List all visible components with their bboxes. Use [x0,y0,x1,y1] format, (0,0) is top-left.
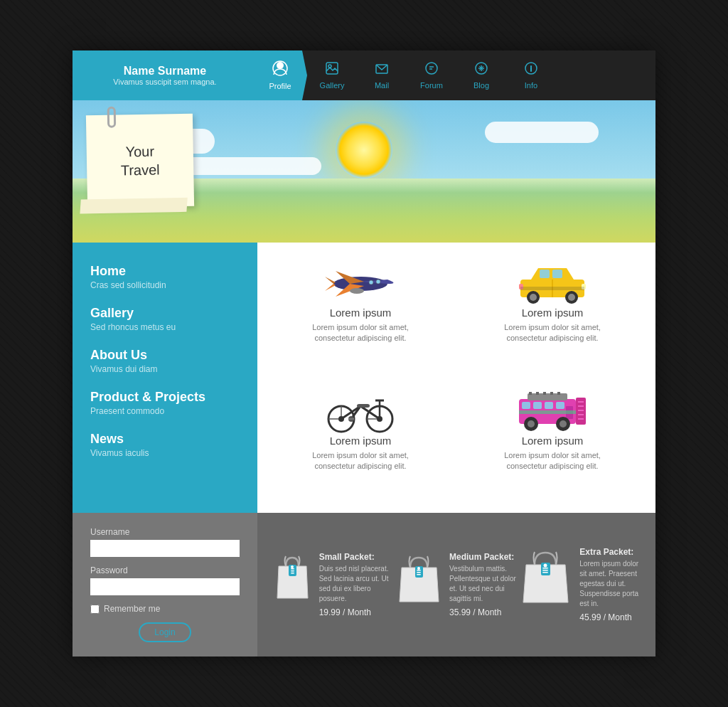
svg-point-60 [560,420,567,427]
info-icon [524,61,538,79]
svg-point-0 [277,62,284,69]
svg-rect-64 [291,568,294,570]
sidebar-item-about[interactable]: About Us Vivamus dui diam [90,348,240,374]
extra-pkg-desc: Lorem ipsum dolor sit amet. Praesent ege… [579,559,640,609]
brand-section: Name Surname Vivamus suscipit sem magna. [73,51,257,100]
bus-item-title: Lorem ipsum [522,435,584,447]
svg-rect-43 [543,392,546,395]
svg-rect-14 [552,270,562,278]
bus-icon [513,385,592,435]
username-input[interactable] [90,540,240,557]
mail-icon [375,61,389,79]
nav-item-profile[interactable]: Profile [257,51,307,100]
password-label: Password [90,565,240,575]
profile-icon [272,60,288,80]
plane-icon [321,257,400,307]
svg-rect-53 [533,402,542,409]
sidebar-item-home[interactable]: Home Cras sed sollicitudin [90,264,240,290]
svg-rect-54 [545,402,553,409]
svg-point-16 [530,294,537,301]
medium-pkg-desc: Vestibulum mattis. Pellentesque ut dolor… [449,564,517,604]
extra-pkg-price: 45.99 / Month [579,612,640,622]
hero-cloud-3 [179,157,321,175]
svg-rect-66 [291,573,294,574]
svg-rect-42 [536,392,539,395]
svg-rect-61 [519,410,576,414]
sidebar: Home Cras sed sollicitudin Gallery Sed r… [73,243,257,513]
sidebar-item-products-title: Product & Projects [90,390,240,405]
medium-pkg-name: Medium Packet: [449,552,517,562]
sidebar-item-gallery-title: Gallery [90,306,240,321]
content-item-plane: Lorem ipsum Lorem ipsum dolor sit amet, … [272,257,449,371]
hero-banner: Your Travel [73,100,655,243]
nav-item-forum[interactable]: Forum [407,51,456,100]
main-content: Home Cras sed sollicitudin Gallery Sed r… [73,243,655,513]
svg-rect-65 [291,570,294,572]
car-icon [513,257,592,307]
medium-bag-icon [396,552,442,608]
svg-point-5 [426,63,437,74]
svg-rect-22 [520,287,584,290]
svg-point-63 [291,565,294,568]
svg-rect-74 [542,568,548,569]
svg-point-18 [568,294,575,301]
sticky-note-text: Your Travel [120,142,160,180]
extra-pkg-name: Extra Packet: [579,547,640,557]
nav-label-mail: Mail [375,81,389,90]
plane-item-title: Lorem ipsum [330,307,392,319]
plane-item-desc: Lorem ipsum dolor sit amet, consectetur … [304,322,417,344]
sidebar-item-news-sub: Vivamus iaculis [90,448,240,458]
sidebar-item-products[interactable]: Product & Projects Praesent commodo [90,390,240,416]
svg-point-11 [376,280,380,284]
nav-item-blog[interactable]: Blog [456,51,506,100]
brand-name: Name Surname [124,65,207,78]
paper-clip [107,107,117,128]
svg-rect-69 [417,570,421,571]
extra-bag-icon [519,547,572,608]
main-nav: Profile Gallery [257,51,655,100]
svg-rect-2 [326,63,338,74]
sidebar-item-gallery[interactable]: Gallery Sed rhoncus metus eu [90,306,240,332]
svg-rect-13 [540,270,550,278]
nav-label-blog: Blog [473,81,489,90]
sidebar-item-home-title: Home [90,264,240,279]
remember-checkbox[interactable] [90,605,100,614]
svg-point-68 [417,567,420,570]
svg-rect-44 [550,392,553,395]
nav-item-info[interactable]: Info [506,51,556,100]
website-container: Name Surname Vivamus suscipit sem magna.… [73,51,655,656]
small-pkg-price: 19.99 / Month [319,607,394,617]
login-button[interactable]: Login [139,622,191,642]
content-item-bike: Lorem ipsum Lorem ipsum dolor sit amet, … [272,385,449,499]
bus-item-desc: Lorem ipsum dolor sit amet, consectetur … [496,450,609,472]
pricing-item-small: Small Packet: Duis sed nisl placerat. Se… [273,552,394,617]
nav-item-gallery[interactable]: Gallery [307,51,357,100]
small-pkg-name: Small Packet: [319,552,394,562]
svg-rect-71 [417,574,421,575]
medium-pricing-text: Medium Packet: Vestibulum mattis. Pellen… [449,552,517,617]
pricing-item-extra: Extra Packet: Lorem ipsum dolor sit amet… [519,547,640,622]
blog-icon [474,61,488,79]
sidebar-item-about-title: About Us [90,348,240,363]
sidebar-item-news[interactable]: News Vivamus iaculis [90,432,240,458]
small-bag-icon [273,552,312,605]
svg-line-32 [360,406,380,419]
svg-rect-55 [556,402,564,409]
password-input[interactable] [90,578,240,595]
car-item-desc: Lorem ipsum dolor sit amet, consectetur … [496,322,609,344]
svg-rect-75 [542,570,548,571]
svg-point-73 [544,564,547,568]
sidebar-item-about-sub: Vivamus dui diam [90,364,240,374]
bike-icon [321,385,400,435]
content-item-bus: Lorem ipsum Lorem ipsum dolor sit amet, … [464,385,641,499]
sidebar-item-gallery-sub: Sed rhoncus metus eu [90,322,240,332]
nav-item-mail[interactable]: Mail [357,51,407,100]
sidebar-item-home-sub: Cras sed sollicitudin [90,280,240,290]
small-pkg-desc: Duis sed nisl placerat. Sed lacinia arcu… [319,564,394,604]
svg-point-9 [350,288,364,294]
svg-rect-41 [529,392,532,395]
svg-point-10 [369,280,373,285]
svg-rect-40 [528,393,567,400]
nav-label-profile: Profile [269,82,291,90]
content-item-car: Lorem ipsum Lorem ipsum dolor sit amet, … [464,257,641,371]
